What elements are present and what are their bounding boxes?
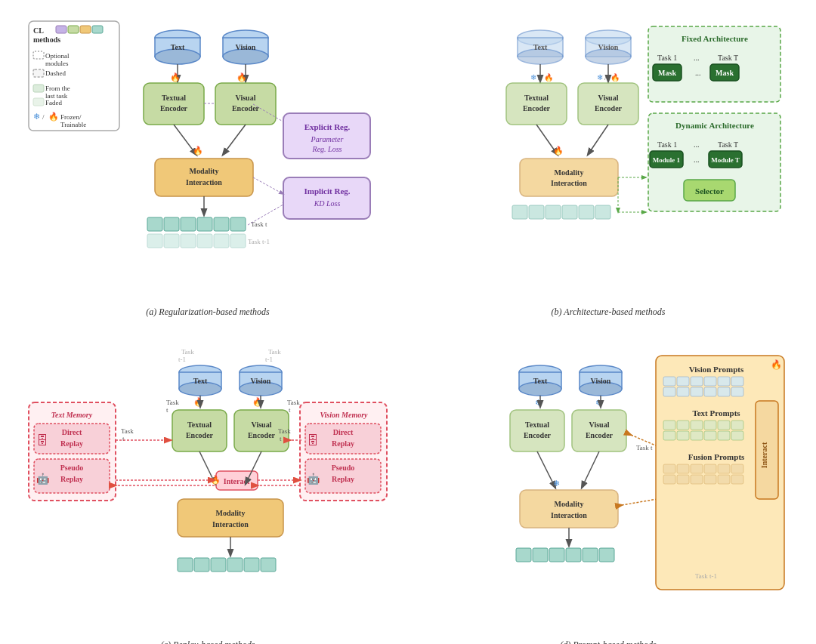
svg-text:Modality: Modality <box>555 168 584 177</box>
svg-rect-249 <box>677 431 689 440</box>
svg-rect-12 <box>33 85 44 92</box>
svg-text:Visual: Visual <box>252 421 272 429</box>
svg-rect-53 <box>147 217 162 231</box>
panel-a: CL methods Optional modules Dashed From … <box>15 8 400 325</box>
svg-text:Text Prompts: Text Prompts <box>692 408 740 418</box>
diagrams-grid: CL methods Optional modules Dashed From … <box>15 8 801 644</box>
svg-rect-264 <box>704 464 716 473</box>
svg-rect-246 <box>677 421 689 430</box>
svg-rect-253 <box>731 421 743 430</box>
panel-c-svg: Task t-1 Task t-1 Text Vision Task t Tas… <box>23 340 393 635</box>
svg-text:Textual: Textual <box>162 94 186 102</box>
svg-text:🔥: 🔥 <box>252 396 263 407</box>
svg-text:Text: Text <box>193 377 208 385</box>
svg-text:methods: methods <box>33 35 60 44</box>
svg-text:Faded: Faded <box>45 99 62 106</box>
svg-rect-232 <box>663 377 675 386</box>
svg-text:Visual: Visual <box>236 94 256 102</box>
svg-text:...: ... <box>694 140 700 149</box>
svg-rect-44 <box>155 159 253 196</box>
svg-rect-101 <box>529 205 544 219</box>
svg-text:Task T: Task T <box>718 140 738 149</box>
svg-line-223 <box>582 451 599 488</box>
svg-text:Pseudo: Pseudo <box>332 464 355 472</box>
svg-text:Encoder: Encoder <box>248 431 276 439</box>
svg-rect-201 <box>261 558 276 572</box>
svg-rect-105 <box>595 205 610 219</box>
svg-text:Interact: Interact <box>224 477 250 485</box>
svg-rect-6 <box>92 26 103 33</box>
svg-line-42 <box>223 125 246 155</box>
svg-rect-256 <box>731 431 743 440</box>
svg-text:Direct: Direct <box>333 428 354 436</box>
svg-rect-3 <box>56 26 66 33</box>
svg-text:Text: Text <box>533 43 548 51</box>
svg-text:🔥: 🔥 <box>48 111 59 122</box>
svg-rect-238 <box>704 377 716 386</box>
svg-rect-239 <box>718 377 730 386</box>
svg-rect-242 <box>718 387 730 396</box>
svg-rect-279 <box>599 548 614 562</box>
panel-a-caption: (a) Regularization-based methods <box>146 307 269 318</box>
svg-text:Task 1: Task 1 <box>657 54 677 62</box>
svg-text:🔥: 🔥 <box>610 72 620 82</box>
panel-d-caption: (d) Prompt-based methods <box>560 639 657 644</box>
svg-rect-198 <box>211 558 226 572</box>
svg-text:🔥: 🔥 <box>170 72 181 82</box>
svg-text:Replay: Replay <box>60 475 83 483</box>
svg-rect-196 <box>178 558 193 572</box>
svg-text:🔥: 🔥 <box>210 474 221 485</box>
main-figure: CL methods Optional modules Dashed From … <box>15 8 801 644</box>
svg-text:Vision: Vision <box>591 377 611 385</box>
svg-text:...: ... <box>694 54 700 62</box>
svg-text:🔥: 🔥 <box>193 145 203 156</box>
svg-text:Visual: Visual <box>589 421 610 429</box>
svg-text:Pseudo: Pseudo <box>60 464 84 472</box>
svg-text:CL: CL <box>33 26 44 35</box>
svg-rect-274 <box>516 548 531 562</box>
svg-rect-243 <box>731 387 743 396</box>
svg-rect-247 <box>691 421 703 430</box>
svg-text:Modality: Modality <box>190 167 219 175</box>
svg-rect-104 <box>579 205 594 219</box>
panel-b-svg: Text Vision ❄ / 🔥 ❄ / 🔥 Textual <box>423 15 793 302</box>
svg-text:🗄: 🗄 <box>307 434 319 447</box>
svg-text:Task t-1: Task t-1 <box>248 238 270 245</box>
svg-rect-260 <box>691 464 703 473</box>
svg-text:Vision: Vision <box>598 43 619 51</box>
svg-text:Trainable: Trainable <box>60 121 86 128</box>
svg-rect-4 <box>68 26 79 33</box>
svg-rect-56 <box>197 217 212 231</box>
svg-text:Direct: Direct <box>62 428 82 436</box>
svg-text:Text: Text <box>533 377 548 385</box>
svg-text:Fusion Prompts: Fusion Prompts <box>688 452 745 461</box>
svg-text:❄: ❄ <box>597 73 603 82</box>
svg-point-74 <box>518 49 563 64</box>
svg-rect-275 <box>533 548 548 562</box>
panel-a-svg: CL methods Optional modules Dashed From … <box>23 15 393 302</box>
svg-rect-63 <box>197 234 212 248</box>
svg-text:🗄: 🗄 <box>36 434 48 447</box>
svg-text:Module T: Module T <box>711 156 740 164</box>
svg-text:Explicit Reg.: Explicit Reg. <box>304 122 351 131</box>
svg-text:Dashed: Dashed <box>45 69 66 77</box>
svg-text:Textual: Textual <box>525 421 549 429</box>
svg-text:Mask: Mask <box>716 69 734 77</box>
svg-rect-236 <box>677 387 689 396</box>
svg-text:From the: From the <box>45 85 70 92</box>
svg-text:Modality: Modality <box>216 509 246 517</box>
svg-rect-100 <box>512 205 527 219</box>
svg-rect-262 <box>677 475 689 484</box>
svg-text:Interaction: Interaction <box>212 520 249 528</box>
svg-text:Replay: Replay <box>332 439 354 448</box>
svg-line-71 <box>253 177 283 194</box>
svg-rect-197 <box>194 558 209 572</box>
svg-text:Encoder: Encoder <box>586 431 614 439</box>
svg-text:Encoder: Encoder <box>524 431 552 439</box>
svg-text:Task: Task <box>278 427 291 435</box>
svg-text:Modality: Modality <box>555 500 584 508</box>
svg-rect-252 <box>718 421 730 430</box>
svg-rect-55 <box>181 217 196 231</box>
svg-text:modules: modules <box>45 60 69 67</box>
panel-d-svg: Text Vision ❄ ❄ Textual Encoder Visual <box>423 340 793 635</box>
